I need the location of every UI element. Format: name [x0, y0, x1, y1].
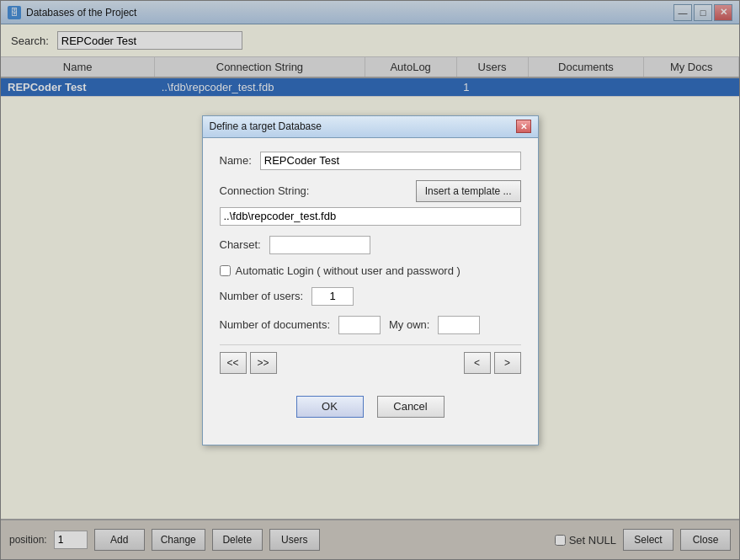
num-users-row: Number of users: — [220, 287, 521, 306]
conn-string-row: Connection String: Insert a template ... — [220, 180, 521, 202]
connection-string-input[interactable] — [220, 207, 521, 226]
my-own-label: My own: — [389, 318, 429, 331]
auto-login-row: Automatic Login ( without user and passw… — [220, 264, 521, 277]
connection-string-label: Connection String: — [220, 184, 310, 197]
name-label: Name: — [220, 154, 252, 167]
nav-last-button[interactable]: >> — [250, 352, 277, 374]
nav-left: << >> — [220, 352, 277, 374]
charset-row: Charset: — [220, 236, 521, 254]
cancel-button[interactable]: Cancel — [377, 396, 445, 418]
charset-input[interactable] — [269, 236, 370, 254]
num-docs-input[interactable] — [338, 316, 381, 334]
nav-right: < > — [464, 352, 521, 374]
auto-login-checkbox[interactable] — [220, 265, 231, 276]
num-users-label: Number of users: — [220, 290, 304, 302]
num-users-input[interactable] — [311, 287, 354, 306]
dialog-body: Name: Connection String: Insert a templa… — [203, 138, 538, 445]
nav-section: << >> < > — [220, 344, 521, 377]
dialog-title: Define a target Database — [210, 120, 322, 132]
auto-login-label: Automatic Login ( without user and passw… — [236, 264, 461, 277]
ok-button[interactable]: OK — [296, 396, 364, 418]
my-own-input[interactable] — [438, 316, 480, 334]
insert-template-button[interactable]: Insert a template ... — [416, 180, 521, 202]
nav-next-button[interactable]: > — [494, 352, 521, 374]
num-docs-label: Number of documents: — [220, 318, 331, 331]
dialog-footer: OK Cancel — [220, 387, 521, 431]
charset-label: Charset: — [220, 238, 261, 251]
connection-string-section: Connection String: Insert a template ... — [220, 180, 521, 226]
nav-prev-button[interactable]: < — [464, 352, 491, 374]
name-input[interactable] — [260, 152, 521, 170]
nav-first-button[interactable]: << — [220, 352, 247, 374]
num-docs-row: Number of documents: My own: — [220, 316, 521, 334]
dialog-close-button[interactable]: ✕ — [516, 120, 531, 133]
dialog-title-bar: Define a target Database ✕ — [203, 116, 538, 138]
modal-overlay: Define a target Database ✕ Name: Connect… — [0, 0, 740, 560]
dialog: Define a target Database ✕ Name: Connect… — [202, 115, 539, 445]
name-row: Name: — [220, 152, 521, 170]
